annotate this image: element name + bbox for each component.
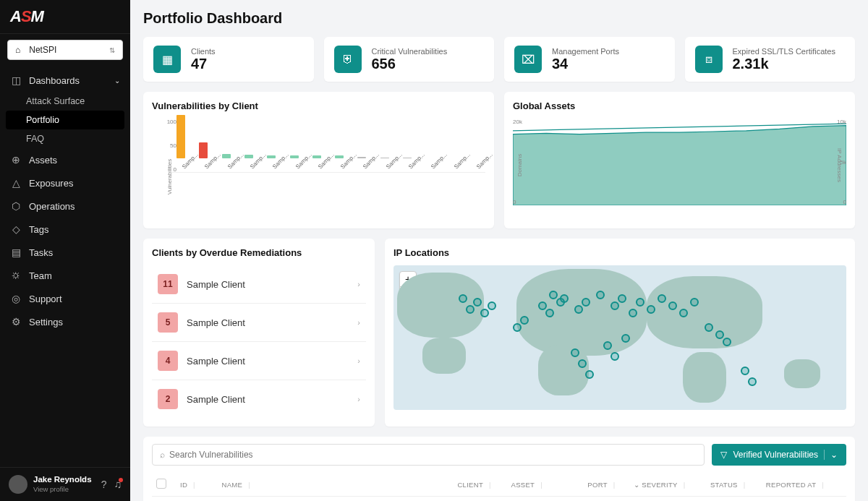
map-marker[interactable] [571, 348, 579, 357]
filter-button[interactable]: ▽ Verified Vulnerabilities ⌄ [712, 444, 846, 466]
map-marker[interactable] [585, 370, 594, 379]
table-header[interactable]: ASSET| [507, 473, 584, 497]
bar-label: Samp... [203, 166, 208, 170]
map-marker[interactable] [629, 309, 637, 317]
overdue-item[interactable]: 5 Sample Client › [152, 303, 366, 341]
table-header[interactable]: NAME| [218, 473, 454, 497]
map-marker[interactable] [715, 330, 724, 339]
globe-icon: ⊕ [10, 154, 22, 166]
table-header[interactable] [152, 473, 176, 497]
overdue-item[interactable]: 2 Sample Client › [152, 380, 366, 418]
bar[interactable] [357, 157, 366, 158]
map-marker[interactable] [603, 341, 612, 350]
map-marker[interactable] [473, 298, 482, 307]
map-marker[interactable] [679, 309, 688, 317]
map-marker[interactable] [520, 316, 529, 325]
table-header[interactable]: ID| [176, 473, 218, 497]
bell-icon[interactable]: ♫ [114, 479, 122, 490]
bar[interactable] [335, 155, 344, 158]
nav-dashboards[interactable]: ◫ Dashboards ⌄ [0, 69, 130, 92]
map-marker[interactable] [582, 298, 590, 307]
map-marker[interactable] [466, 305, 475, 314]
sidebar-footer: Jake Reynolds View profile ? ♫ [0, 467, 130, 501]
map-marker[interactable] [748, 377, 757, 386]
bar[interactable] [403, 158, 412, 158]
map-marker[interactable] [636, 298, 644, 307]
map-marker[interactable] [621, 334, 630, 343]
bar[interactable] [222, 154, 231, 158]
table-header[interactable]: ⌄ SEVERITY| [629, 473, 706, 497]
nav-settings[interactable]: ⚙Settings [0, 310, 130, 333]
dashboard-icon: ◫ [10, 74, 22, 86]
map-marker[interactable] [705, 323, 713, 332]
map-marker[interactable] [668, 301, 677, 310]
nav-operations[interactable]: ⬡Operations [0, 194, 130, 218]
nav-assets[interactable]: ⊕Assets [0, 148, 130, 171]
map-marker[interactable] [513, 323, 522, 332]
table-header[interactable]: CLIENT| [453, 473, 506, 497]
bar-label: Samp... [475, 166, 480, 170]
map-marker[interactable] [578, 359, 587, 368]
bar[interactable] [199, 142, 208, 159]
map-marker[interactable] [658, 294, 666, 303]
sidebar: ASM ⌂ NetSPI ⇅ ◫ Dashboards ⌄ Attack Sur… [0, 0, 130, 501]
nav-exposures[interactable]: △Exposures [0, 171, 130, 194]
nav-team[interactable]: ⛭Team [0, 264, 130, 287]
map-marker[interactable] [596, 291, 605, 299]
map-marker[interactable] [723, 338, 731, 346]
help-icon[interactable]: ? [101, 479, 107, 490]
bar[interactable] [312, 155, 321, 158]
table-row[interactable]: 24718 Sensitive Information Disclosure -… [152, 497, 846, 502]
ip-locations-panel: IP Locations + − [385, 239, 855, 427]
overdue-item[interactable]: 11 Sample Client › [152, 265, 366, 303]
bar[interactable] [176, 115, 185, 158]
map-marker[interactable] [610, 301, 619, 310]
stat-icon: ▦ [153, 46, 181, 73]
bar[interactable] [380, 158, 389, 159]
map-marker[interactable] [488, 301, 496, 310]
map-marker[interactable] [610, 352, 619, 361]
table-header[interactable]: STATUS| [706, 473, 762, 497]
nav-faq[interactable]: FAQ [0, 129, 130, 148]
map-marker[interactable] [741, 367, 749, 375]
overdue-client: Sample Client [187, 317, 357, 328]
nav-tasks[interactable]: ▤Tasks [0, 241, 130, 264]
nav-attack-surface[interactable]: Attack Surface [0, 92, 130, 111]
map-marker[interactable] [480, 309, 489, 317]
map-marker[interactable] [549, 291, 558, 299]
avatar[interactable] [9, 475, 27, 494]
chevron-right-icon: › [357, 395, 360, 403]
bar[interactable] [267, 155, 276, 159]
bar[interactable] [244, 155, 253, 158]
select-all-checkbox[interactable] [156, 479, 166, 489]
table-header[interactable]: PORT| [583, 473, 629, 497]
map-marker[interactable] [545, 309, 554, 317]
map-marker[interactable] [618, 294, 626, 303]
overdue-panel: Clients by Overdue Remediations 11 Sampl… [143, 239, 375, 427]
map-marker[interactable] [459, 294, 467, 303]
org-selector[interactable]: ⌂ NetSPI ⇅ [7, 40, 123, 60]
world-map[interactable]: + − [393, 265, 846, 410]
nav-support[interactable]: ◎Support [0, 287, 130, 310]
table-header[interactable]: REPORTED AT| [762, 473, 846, 497]
cell-name: Sensitive Information Disclosure - Backu… [218, 497, 454, 502]
stat-label: Clients [191, 47, 216, 56]
search-input[interactable] [169, 450, 697, 460]
user-meta[interactable]: Jake Reynolds View profile [33, 475, 95, 493]
nav-label: Support [29, 294, 62, 304]
nav-portfolio[interactable]: Portfolio [6, 111, 124, 129]
cell-client: ACME [453, 497, 506, 502]
map-marker[interactable] [690, 298, 699, 307]
page-title: Portfolio Dashboard [143, 10, 855, 27]
map-marker[interactable] [647, 305, 655, 314]
nav-tags[interactable]: ◇Tags [0, 218, 130, 241]
map-marker[interactable] [560, 294, 569, 303]
overdue-item[interactable]: 4 Sample Client › [152, 341, 366, 380]
bar[interactable] [290, 155, 299, 159]
search-box[interactable]: ⌕ [152, 444, 705, 466]
nav-label: Dashboards [29, 75, 80, 86]
stat-icon: ⛨ [334, 46, 362, 73]
map-marker[interactable] [574, 305, 583, 314]
overdue-client: Sample Client [187, 279, 357, 290]
map-marker[interactable] [538, 301, 547, 310]
